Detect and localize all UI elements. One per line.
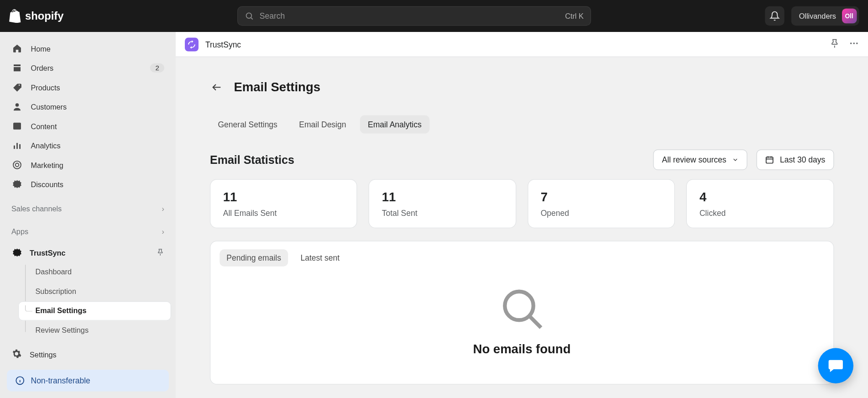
svg-line-1: [251, 18, 253, 20]
nav-label: Analytics: [31, 141, 61, 150]
emails-panel: Pending emails Latest sent No emails fou…: [210, 241, 834, 385]
orders-icon: [11, 63, 23, 73]
shopify-logo[interactable]: shopify: [9, 9, 63, 23]
svg-rect-7: [19, 144, 21, 149]
sidebar-item-products[interactable]: Products: [5, 78, 171, 97]
section-label: Sales channels: [11, 204, 62, 213]
stats-title: Email Statistics: [210, 153, 294, 167]
sidebar-item-content[interactable]: Content: [5, 116, 171, 136]
svg-point-0: [246, 13, 252, 18]
sidebar-item-settings[interactable]: Settings: [5, 344, 171, 365]
stat-card-total-sent: 11Total Sent: [369, 179, 516, 229]
calendar-icon: [765, 155, 774, 164]
app-badge-icon: [11, 247, 23, 259]
nav-label: Orders: [31, 63, 54, 72]
panel-tab-pending[interactable]: Pending emails: [220, 249, 288, 267]
nav-label: Marketing: [31, 161, 63, 169]
filter-date-range[interactable]: Last 30 days: [757, 150, 834, 170]
svg-point-13: [850, 42, 851, 44]
brand-text: shopify: [25, 10, 63, 22]
tab-email-analytics[interactable]: Email Analytics: [360, 115, 429, 134]
nav-label: Home: [31, 44, 51, 53]
topbar: shopify Search Ctrl K Ollivanders Oll: [0, 0, 868, 32]
apps-header[interactable]: Apps ›: [5, 223, 171, 240]
sidebar-item-marketing[interactable]: Marketing: [5, 155, 171, 175]
app-sub-dashboard[interactable]: Dashboard: [18, 262, 171, 282]
stat-card-all-sent: 11All Emails Sent: [210, 179, 357, 229]
sidebar: Home Orders2 Products Customers Content …: [0, 32, 176, 398]
filter-source-dropdown[interactable]: All review sources: [654, 150, 748, 170]
chevron-right-icon: ›: [162, 227, 164, 236]
main-content: Email Settings General Settings Email De…: [176, 57, 868, 398]
stat-card-clicked: 4Clicked: [686, 179, 834, 229]
orders-badge: 2: [150, 63, 164, 73]
app-header-title: TrustSync: [205, 40, 241, 49]
nav-label: Discounts: [31, 180, 63, 189]
svg-point-15: [856, 42, 858, 44]
search-input[interactable]: Search Ctrl K: [237, 6, 591, 26]
app-sub-email-settings[interactable]: Email Settings: [18, 301, 171, 320]
tab-email-design[interactable]: Email Design: [291, 115, 354, 134]
more-button[interactable]: [848, 38, 859, 50]
chevron-right-icon: ›: [162, 204, 164, 213]
app-sub-review-settings[interactable]: Review Settings: [18, 320, 171, 340]
bell-icon: [769, 11, 780, 21]
svg-rect-4: [13, 123, 21, 130]
search-icon: [245, 11, 254, 21]
empty-search-icon: [499, 286, 544, 331]
svg-rect-5: [14, 146, 15, 149]
sidebar-item-discounts[interactable]: Discounts: [5, 175, 171, 194]
empty-state-text: No emails found: [473, 342, 571, 357]
stat-card-opened: 7Opened: [528, 179, 675, 229]
store-name: Ollivanders: [799, 12, 836, 21]
chat-fab[interactable]: [818, 348, 853, 383]
discount-icon: [11, 179, 23, 190]
banner-text: Non-transferable: [31, 376, 90, 385]
non-transferable-banner[interactable]: Non-transferable: [7, 369, 169, 391]
search-placeholder: Search: [260, 11, 559, 21]
app-header: TrustSync: [176, 32, 868, 57]
image-icon: [11, 121, 23, 131]
pin-button[interactable]: [829, 38, 840, 50]
sidebar-item-orders[interactable]: Orders2: [5, 58, 171, 78]
app-sub-subscription[interactable]: Subscription: [18, 282, 171, 301]
sales-channels-header[interactable]: Sales channels ›: [5, 200, 171, 217]
settings-label: Settings: [30, 351, 57, 359]
sidebar-app-trustsync[interactable]: TrustSync: [5, 244, 171, 262]
store-menu[interactable]: Ollivanders Oll: [791, 6, 859, 26]
svg-line-22: [529, 316, 541, 328]
chevron-down-icon: [732, 157, 739, 163]
svg-point-2: [19, 84, 20, 86]
app-header-icon: [185, 37, 199, 51]
info-icon: [15, 375, 26, 386]
pin-icon[interactable]: [157, 248, 165, 258]
sidebar-item-customers[interactable]: Customers: [5, 97, 171, 117]
svg-point-3: [16, 103, 19, 107]
app-name: TrustSync: [30, 249, 66, 257]
nav-label: Content: [31, 122, 57, 131]
nav-label: Customers: [31, 102, 67, 111]
svg-point-9: [16, 163, 19, 167]
target-icon: [11, 160, 23, 170]
svg-rect-6: [16, 143, 18, 149]
tab-general-settings[interactable]: General Settings: [210, 115, 285, 134]
tag-icon: [11, 82, 23, 93]
page-title: Email Settings: [234, 80, 320, 95]
back-button[interactable]: [210, 80, 224, 94]
home-icon: [11, 43, 23, 54]
shopify-bag-icon: [9, 9, 22, 23]
page-tabs: General Settings Email Design Email Anal…: [210, 115, 834, 134]
sidebar-item-analytics[interactable]: Analytics: [5, 136, 171, 156]
svg-point-21: [505, 292, 533, 320]
gear-icon: [11, 349, 22, 361]
chat-icon: [827, 357, 844, 374]
sidebar-item-home[interactable]: Home: [5, 39, 171, 58]
nav-label: Products: [31, 83, 60, 92]
search-shortcut: Ctrl K: [565, 12, 584, 21]
svg-rect-17: [766, 157, 773, 163]
panel-tab-latest-sent[interactable]: Latest sent: [293, 249, 346, 267]
analytics-icon: [11, 141, 23, 151]
avatar: Oll: [842, 9, 857, 24]
notifications-button[interactable]: [765, 6, 784, 26]
svg-point-14: [853, 42, 854, 44]
